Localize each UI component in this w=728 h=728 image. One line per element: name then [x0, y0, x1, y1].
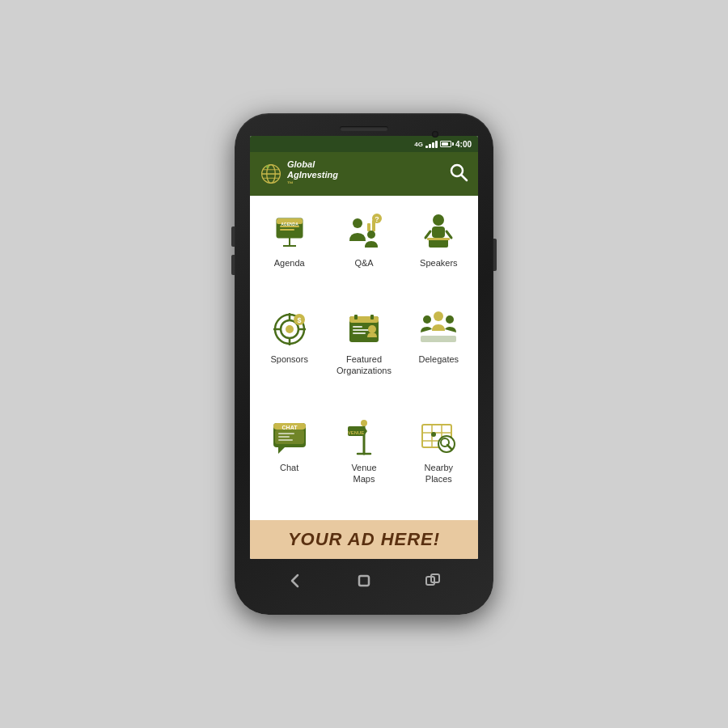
svg-line-26	[447, 231, 451, 238]
svg-point-15	[353, 218, 362, 228]
svg-rect-37	[349, 316, 379, 323]
grid-item-delegates[interactable]: Delegates	[404, 300, 474, 404]
status-icons: 4G 4:00	[414, 140, 472, 149]
chat-icon: CHAT	[269, 417, 311, 459]
ad-text: YOUR AD HERE!	[288, 529, 440, 550]
phone-screen: 4G 4:00	[250, 136, 478, 559]
grid-item-featured-orgs[interactable]: Featured Organizations	[328, 300, 399, 404]
svg-rect-55	[278, 439, 293, 441]
grid-item-speakers[interactable]: Speakers	[404, 204, 474, 296]
svg-point-21	[433, 214, 444, 226]
menu-grid: AGENDA Agenda	[250, 196, 478, 520]
svg-point-43	[368, 325, 376, 333]
venue-maps-label: Venue Maps	[351, 462, 376, 485]
grid-item-sponsors[interactable]: $ Sponsors	[254, 300, 324, 404]
featured-orgs-label: Featured Organizations	[336, 353, 392, 377]
svg-point-29	[286, 325, 294, 333]
grid-item-chat[interactable]: CHAT Chat	[254, 408, 324, 512]
svg-rect-38	[354, 315, 358, 320]
featured-orgs-icon	[343, 308, 385, 350]
svg-marker-58	[364, 426, 367, 436]
svg-point-20	[367, 231, 375, 239]
power-button[interactable]	[493, 239, 497, 271]
logo-text: Global AgInvesting ™	[287, 159, 338, 188]
svg-rect-54	[278, 436, 290, 438]
grid-item-agenda[interactable]: AGENDA Agenda	[254, 204, 324, 296]
svg-rect-39	[370, 315, 374, 320]
svg-text:$: $	[297, 316, 301, 324]
svg-rect-47	[421, 336, 456, 342]
search-button[interactable]	[449, 163, 468, 186]
app-header: Global AgInvesting ™	[250, 152, 478, 196]
svg-text:VENUE: VENUE	[348, 430, 365, 435]
network-indicator: 4G	[414, 141, 423, 148]
app-content: AGENDA Agenda	[250, 196, 478, 559]
volume-up-button[interactable]	[231, 226, 235, 247]
svg-line-25	[425, 231, 430, 238]
ad-banner[interactable]: YOUR AD HERE!	[250, 520, 478, 559]
phone-nav	[244, 564, 484, 602]
battery-icon	[440, 141, 451, 147]
nearby-places-icon	[417, 417, 459, 459]
svg-rect-16	[367, 223, 370, 231]
svg-rect-40	[353, 326, 362, 328]
delegates-label: Delegates	[419, 353, 459, 365]
svg-line-6	[461, 175, 467, 180]
svg-rect-24	[427, 238, 450, 240]
sponsors-icon: $	[269, 308, 311, 350]
svg-point-46	[446, 315, 454, 324]
speaker-grille	[340, 126, 388, 131]
delegates-icon	[417, 308, 459, 350]
qa-icon: ?	[343, 212, 385, 254]
front-camera	[432, 131, 438, 138]
signal-icon	[425, 141, 438, 148]
grid-item-qa[interactable]: ? Q&A	[328, 204, 399, 296]
svg-point-44	[434, 311, 443, 321]
recents-button[interactable]	[424, 572, 442, 594]
grid-item-nearby-places[interactable]: Nearby Places	[404, 408, 474, 512]
svg-rect-22	[432, 226, 445, 238]
venue-maps-icon: VENUE	[343, 417, 385, 459]
svg-rect-41	[353, 329, 369, 331]
svg-point-60	[361, 420, 367, 426]
sponsors-label: Sponsors	[270, 353, 307, 365]
home-button[interactable]	[355, 572, 373, 594]
speakers-label: Speakers	[420, 257, 457, 269]
back-button[interactable]	[286, 572, 304, 594]
svg-point-45	[423, 315, 431, 324]
status-bar: 4G 4:00	[250, 136, 478, 152]
logo-globe-icon	[260, 163, 282, 185]
svg-rect-10	[280, 229, 294, 231]
status-time: 4:00	[455, 140, 472, 149]
volume-down-button[interactable]	[231, 255, 235, 275]
svg-text:CHAT: CHAT	[281, 425, 298, 430]
logo-area: Global AgInvesting ™	[260, 159, 338, 188]
svg-text:?: ?	[375, 215, 379, 223]
speakers-icon	[417, 212, 459, 254]
svg-point-70	[431, 432, 436, 437]
nearby-places-label: Nearby Places	[425, 462, 453, 485]
chat-label: Chat	[280, 462, 298, 473]
grid-item-venue-maps[interactable]: VENUE Venue Maps	[328, 408, 399, 512]
agenda-label: Agenda	[274, 257, 305, 269]
svg-rect-71	[359, 576, 369, 586]
svg-marker-49	[278, 447, 285, 454]
svg-rect-42	[353, 332, 366, 334]
agenda-icon: AGENDA	[269, 212, 311, 254]
svg-text:AGENDA: AGENDA	[281, 222, 298, 226]
qa-label: Q&A	[354, 257, 373, 269]
phone-device: 4G 4:00	[235, 113, 493, 615]
svg-rect-53	[278, 433, 294, 434]
